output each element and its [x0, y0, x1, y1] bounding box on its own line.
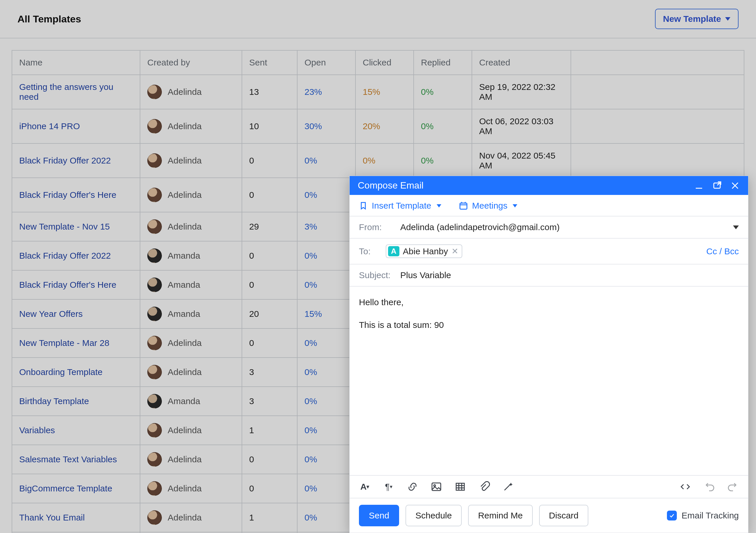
open-cell[interactable]: 23% [297, 75, 355, 109]
template-name-link[interactable]: BigCommerce Template [19, 484, 112, 493]
insert-template-button[interactable]: Insert Template [359, 201, 441, 211]
attachment-icon[interactable] [478, 481, 490, 493]
clicked-cell[interactable]: 0% [355, 143, 414, 178]
magic-wand-icon[interactable] [502, 481, 514, 493]
col-created-by[interactable]: Created by [140, 50, 242, 75]
template-name-link[interactable]: Onboarding Template [19, 367, 102, 377]
sent-cell: 20 [242, 299, 297, 328]
text-format-icon[interactable]: A▾ [359, 481, 370, 493]
template-name-link[interactable]: Variables [19, 425, 55, 435]
clicked-cell[interactable]: 15% [355, 75, 414, 109]
avatar [147, 248, 162, 263]
open-cell[interactable]: 15% [297, 299, 355, 328]
recipient-chip[interactable]: A Abie Hanby ✕ [386, 244, 462, 258]
minimize-icon[interactable] [694, 181, 704, 190]
open-cell[interactable]: 0% [297, 328, 355, 358]
template-name-link[interactable]: New Template - Nov 15 [19, 222, 110, 231]
clicked-cell[interactable]: 20% [355, 109, 414, 143]
code-icon[interactable] [679, 481, 691, 493]
open-cell[interactable]: 0% [297, 474, 355, 503]
meetings-button[interactable]: Meetings [459, 201, 518, 211]
creator-cell: Adelinda [147, 219, 235, 234]
close-icon[interactable] [730, 181, 740, 190]
template-name-link[interactable]: Black Friday Offer's Here [19, 280, 117, 290]
undo-icon[interactable] [703, 481, 715, 493]
template-name-link[interactable]: Black Friday Offer 2022 [19, 156, 111, 165]
meetings-label: Meetings [472, 201, 508, 211]
paragraph-format-icon[interactable]: ¶▾ [383, 481, 394, 493]
template-name-link[interactable]: iPhone 14 PRO [19, 121, 80, 131]
template-name-link[interactable]: New Year Offers [19, 309, 83, 318]
creator-cell: Adelinda [147, 481, 235, 496]
sent-cell: 0 [242, 178, 297, 212]
image-icon[interactable] [431, 481, 442, 493]
sent-cell: 0 [242, 143, 297, 178]
open-cell[interactable]: 0% [297, 358, 355, 387]
col-clicked[interactable]: Clicked [355, 50, 414, 75]
to-row[interactable]: To: A Abie Hanby ✕ Cc / Bcc [350, 239, 748, 265]
insert-template-label: Insert Template [372, 201, 431, 211]
template-name-link[interactable]: Getting the answers you need [19, 82, 114, 102]
creator-name: Adelinda [168, 425, 202, 435]
table-icon[interactable] [454, 481, 466, 493]
open-cell[interactable]: 0% [297, 445, 355, 474]
recipient-initial: A [388, 246, 399, 256]
template-name-link[interactable]: Thank You Email [19, 513, 85, 522]
schedule-button[interactable]: Schedule [406, 505, 462, 526]
actions-cell [571, 143, 744, 178]
creator-name: Adelinda [168, 367, 202, 377]
open-cell[interactable]: 0% [297, 503, 355, 532]
avatar [147, 510, 162, 525]
col-created[interactable]: Created [472, 50, 571, 75]
creator-name: Adelinda [168, 87, 202, 97]
col-open[interactable]: Open [297, 50, 355, 75]
replied-cell[interactable]: 0% [414, 109, 472, 143]
open-cell[interactable]: 0% [297, 416, 355, 445]
send-button[interactable]: Send [359, 505, 399, 526]
email-body-editor[interactable]: Hello there, This is a total sum: 90 [350, 287, 748, 475]
subject-row[interactable]: Subject: Plus Variable [350, 265, 748, 287]
popout-icon[interactable] [712, 181, 722, 190]
open-cell[interactable]: 0% [297, 270, 355, 299]
creator-name: Adelinda [168, 190, 202, 200]
creator-name: Adelinda [168, 454, 202, 464]
subject-value[interactable]: Plus Variable [400, 270, 739, 280]
creator-name: Amanda [168, 309, 200, 319]
email-tracking-checkbox[interactable] [667, 511, 677, 520]
template-name-link[interactable]: Black Friday Offer's Here [19, 190, 117, 200]
open-cell[interactable]: 3% [297, 212, 355, 241]
template-name-link[interactable]: Birthday Template [19, 396, 89, 406]
creator-cell: Adelinda [147, 423, 235, 438]
col-sent[interactable]: Sent [242, 50, 297, 75]
col-replied[interactable]: Replied [414, 50, 472, 75]
chevron-down-icon [513, 204, 517, 207]
template-name-link[interactable]: New Template - Mar 28 [19, 338, 109, 348]
template-name-link[interactable]: Black Friday Offer 2022 [19, 251, 111, 260]
creator-cell: Adelinda [147, 336, 235, 350]
creator-name: Adelinda [168, 513, 202, 522]
col-name[interactable]: Name [12, 50, 140, 75]
avatar [147, 481, 162, 496]
remind-me-button[interactable]: Remind Me [468, 505, 532, 526]
actions-cell [571, 109, 744, 143]
email-tracking-label: Email Tracking [682, 511, 739, 520]
remove-recipient-icon[interactable]: ✕ [451, 246, 458, 256]
svg-rect-5 [460, 203, 467, 209]
subject-label: Subject: [359, 270, 394, 280]
replied-cell[interactable]: 0% [414, 143, 472, 178]
new-template-button[interactable]: New Template [655, 9, 739, 29]
open-cell[interactable]: 0% [297, 143, 355, 178]
replied-cell[interactable]: 0% [414, 75, 472, 109]
sent-cell: 13 [242, 75, 297, 109]
open-cell[interactable]: 0% [297, 178, 355, 212]
from-row[interactable]: From: Adelinda (adelindapetrovich@gmail.… [350, 216, 748, 239]
link-icon[interactable] [407, 481, 418, 493]
redo-icon[interactable] [727, 481, 739, 493]
creator-cell: Adelinda [147, 153, 235, 168]
cc-bcc-toggle[interactable]: Cc / Bcc [706, 246, 739, 256]
open-cell[interactable]: 30% [297, 109, 355, 143]
open-cell[interactable]: 0% [297, 387, 355, 416]
template-name-link[interactable]: Salesmate Text Variables [19, 454, 117, 464]
open-cell[interactable]: 0% [297, 241, 355, 270]
discard-button[interactable]: Discard [539, 505, 589, 526]
